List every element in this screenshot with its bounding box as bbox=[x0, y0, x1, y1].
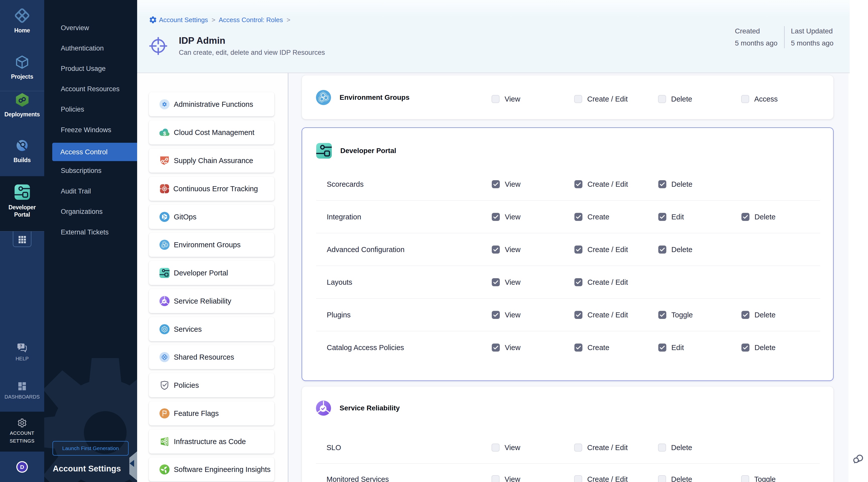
svg-text:$: $ bbox=[163, 130, 166, 136]
svg-text:?: ? bbox=[20, 344, 22, 348]
svg-text:D: D bbox=[20, 464, 24, 470]
